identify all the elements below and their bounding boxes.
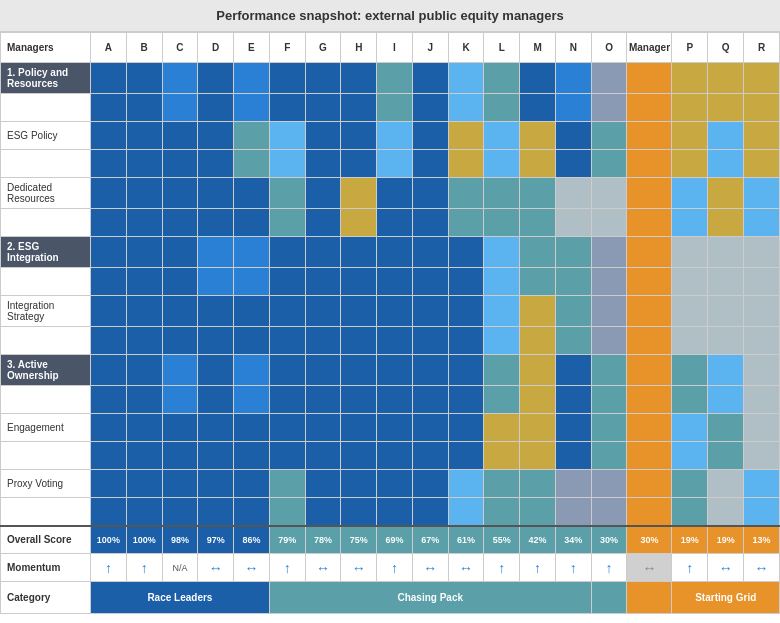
cell — [91, 498, 127, 526]
cell — [448, 498, 484, 526]
cell — [627, 94, 672, 122]
cell — [708, 414, 744, 442]
cell — [555, 327, 591, 355]
cell — [591, 414, 627, 442]
cell — [412, 150, 448, 178]
cell — [672, 414, 708, 442]
cell — [555, 498, 591, 526]
cell — [520, 237, 556, 268]
cell — [269, 414, 305, 442]
cell — [484, 327, 520, 355]
cell — [708, 470, 744, 498]
cell — [162, 237, 198, 268]
cell — [591, 296, 627, 327]
sub-row-5 — [1, 327, 780, 355]
cell — [305, 355, 341, 386]
cell — [305, 150, 341, 178]
score-manager: 30% — [627, 526, 672, 554]
section-row-active-ownership: 3. Active Ownership — [1, 355, 780, 386]
cell — [672, 327, 708, 355]
label-empty3 — [1, 209, 91, 237]
cell — [198, 442, 234, 470]
cell — [91, 386, 127, 414]
momentum-g: ↔ — [305, 554, 341, 582]
cell — [708, 150, 744, 178]
cell — [484, 296, 520, 327]
cell — [269, 268, 305, 296]
cell — [708, 94, 744, 122]
cell — [162, 122, 198, 150]
cell — [591, 355, 627, 386]
cell — [627, 470, 672, 498]
score-a: 100% — [91, 526, 127, 554]
col-k: K — [448, 33, 484, 63]
cell — [162, 150, 198, 178]
col-r: R — [744, 33, 780, 63]
cell — [305, 122, 341, 150]
cell — [555, 178, 591, 209]
cell — [412, 442, 448, 470]
cell — [234, 150, 270, 178]
row-overall-score: Overall Score 100% 100% 98% 97% 86% 79% … — [1, 526, 780, 554]
col-l: L — [484, 33, 520, 63]
cell — [448, 442, 484, 470]
cell — [305, 327, 341, 355]
cell — [162, 327, 198, 355]
cell — [448, 470, 484, 498]
cell — [708, 63, 744, 94]
cell — [520, 296, 556, 327]
cell — [377, 355, 413, 386]
cell — [305, 209, 341, 237]
cell — [744, 150, 780, 178]
cell — [198, 209, 234, 237]
cell — [341, 237, 377, 268]
cell — [269, 442, 305, 470]
cell — [708, 355, 744, 386]
cell — [484, 94, 520, 122]
cell — [627, 209, 672, 237]
cell — [162, 355, 198, 386]
cell — [708, 122, 744, 150]
cell — [234, 209, 270, 237]
cell — [672, 209, 708, 237]
cell — [341, 327, 377, 355]
col-d: D — [198, 33, 234, 63]
cell — [484, 268, 520, 296]
cell — [555, 63, 591, 94]
cell — [269, 150, 305, 178]
cell — [377, 386, 413, 414]
cell — [672, 150, 708, 178]
cell — [126, 150, 162, 178]
col-h: H — [341, 33, 377, 63]
cell — [672, 63, 708, 94]
momentum-d: ↔ — [198, 554, 234, 582]
cell — [162, 386, 198, 414]
cell — [198, 237, 234, 268]
cell — [377, 237, 413, 268]
cell — [672, 268, 708, 296]
cell — [234, 470, 270, 498]
cell — [412, 296, 448, 327]
cell — [234, 237, 270, 268]
label-overall-score: Overall Score — [1, 526, 91, 554]
label-empty8 — [1, 498, 91, 526]
cell — [484, 355, 520, 386]
score-p: 19% — [672, 526, 708, 554]
cell — [162, 268, 198, 296]
cell — [744, 94, 780, 122]
cell — [162, 470, 198, 498]
section-row-esg-integration: 2. ESG Integration — [1, 237, 780, 268]
cell — [412, 237, 448, 268]
cell — [162, 63, 198, 94]
cell — [412, 209, 448, 237]
cell — [341, 442, 377, 470]
cell — [708, 209, 744, 237]
cell — [555, 268, 591, 296]
cell — [484, 386, 520, 414]
cell — [377, 122, 413, 150]
cell — [520, 122, 556, 150]
cell — [377, 150, 413, 178]
cell — [708, 386, 744, 414]
cell — [672, 355, 708, 386]
cell — [555, 209, 591, 237]
